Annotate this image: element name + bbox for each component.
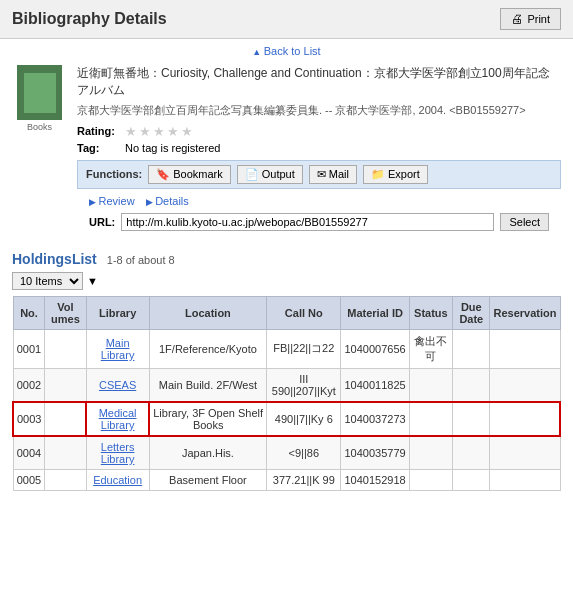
- url-label: URL:: [89, 216, 115, 228]
- book-label: Books: [27, 122, 52, 132]
- cell-due-date: [453, 402, 490, 436]
- export-button[interactable]: Export: [363, 165, 428, 184]
- cell-volumes: [45, 436, 86, 470]
- table-header-row: No. Vol umes Library Location Call No Ma…: [13, 296, 560, 329]
- cell-reservation: [490, 436, 560, 470]
- rating-label: Rating:: [77, 125, 125, 137]
- bib-subtitle: 京都大学医学部創立百周年記念写真集編纂委員集. -- 京都大学医学部, 2004…: [77, 103, 561, 118]
- cell-due-date: [453, 469, 490, 490]
- cell-location: Japan.His.: [149, 436, 266, 470]
- cell-call-no: <9||86: [267, 436, 341, 470]
- print-button[interactable]: Print: [500, 8, 561, 30]
- export-icon: [371, 168, 385, 181]
- cell-no: 0002: [13, 368, 45, 402]
- cell-due-date: [453, 368, 490, 402]
- cell-due-date: [453, 329, 490, 368]
- cell-reservation: [490, 402, 560, 436]
- bib-title: 近衛町無番地：Curiosity, Challenge and Continua…: [77, 65, 561, 99]
- back-to-list-container: Back to List: [0, 39, 573, 61]
- nav-links: Review Details: [77, 193, 561, 209]
- cell-no: 0005: [13, 469, 45, 490]
- details-link[interactable]: Details: [146, 195, 189, 207]
- cell-material-id: 1040035779: [341, 436, 409, 470]
- mail-button[interactable]: Mail: [309, 165, 357, 184]
- output-button[interactable]: Output: [237, 165, 303, 184]
- holdings-table: No. Vol umes Library Location Call No Ma…: [12, 296, 561, 491]
- functions-label: Functions:: [86, 168, 142, 180]
- cell-library[interactable]: Medical Library: [86, 402, 149, 436]
- col-no: No.: [13, 296, 45, 329]
- bookmark-label: Bookmark: [173, 168, 223, 180]
- cell-library-link[interactable]: Main Library: [101, 337, 135, 361]
- cell-reservation: [490, 469, 560, 490]
- book-icon: [17, 65, 62, 120]
- url-input[interactable]: [121, 213, 494, 231]
- cell-library[interactable]: Main Library: [86, 329, 149, 368]
- cell-material-id: 1040152918: [341, 469, 409, 490]
- mail-label: Mail: [329, 168, 349, 180]
- tag-row: Tag: No tag is registered: [77, 142, 561, 154]
- bib-info-section: Books 近衛町無番地：Curiosity, Challenge and Co…: [0, 61, 573, 243]
- col-library: Library: [86, 296, 149, 329]
- cell-status: [409, 402, 452, 436]
- items-control: 10 Items 20 Items 50 Items ▼: [12, 272, 561, 290]
- cell-library[interactable]: Education: [86, 469, 149, 490]
- export-label: Export: [388, 168, 420, 180]
- printer-icon: [511, 12, 523, 26]
- cell-call-no: FB||22||コ22: [267, 329, 341, 368]
- cell-location: Library, 3F Open Shelf Books: [149, 402, 266, 436]
- cell-library[interactable]: CSEAS: [86, 368, 149, 402]
- table-row: 0004Letters LibraryJapan.His.<9||8610400…: [13, 436, 560, 470]
- cell-status: [409, 469, 452, 490]
- holdings-title: HoldingsList: [12, 251, 97, 267]
- cell-library-link[interactable]: Letters Library: [101, 441, 135, 465]
- col-material-id: Material ID: [341, 296, 409, 329]
- col-call-no: Call No: [267, 296, 341, 329]
- back-to-list-link[interactable]: Back to List: [264, 45, 321, 57]
- page-header: Bibliography Details Print: [0, 0, 573, 39]
- output-label: Output: [262, 168, 295, 180]
- bookmark-button[interactable]: Bookmark: [148, 165, 231, 184]
- cell-volumes: [45, 402, 86, 436]
- items-per-page-select[interactable]: 10 Items 20 Items 50 Items: [12, 272, 83, 290]
- cell-location: Main Build. 2F/West: [149, 368, 266, 402]
- cell-library-link[interactable]: CSEAS: [99, 379, 136, 391]
- tag-value: No tag is registered: [125, 142, 220, 154]
- cell-volumes: [45, 368, 86, 402]
- cell-reservation: [490, 329, 560, 368]
- rating-row: Rating: ★★★★★: [77, 124, 561, 139]
- cell-library-link[interactable]: Medical Library: [99, 407, 137, 431]
- book-cover: Books: [12, 65, 67, 235]
- cell-library-link[interactable]: Education: [93, 474, 142, 486]
- print-label: Print: [527, 13, 550, 25]
- table-row: 0001Main Library1F/Reference/KyotoFB||22…: [13, 329, 560, 368]
- url-row: URL: Select: [77, 209, 561, 235]
- holdings-count: 1-8 of about 8: [107, 254, 175, 266]
- cell-material-id: 1040011825: [341, 368, 409, 402]
- col-volumes: Vol umes: [45, 296, 86, 329]
- cell-call-no: III 590||207||Kyt: [267, 368, 341, 402]
- cell-library[interactable]: Letters Library: [86, 436, 149, 470]
- cell-status: [409, 368, 452, 402]
- review-link[interactable]: Review: [89, 195, 135, 207]
- table-row: 0005EducationBasement Floor377.21||K 991…: [13, 469, 560, 490]
- table-row: 0003Medical LibraryLibrary, 3F Open Shel…: [13, 402, 560, 436]
- col-location: Location: [149, 296, 266, 329]
- holdings-section: HoldingsList 1-8 of about 8 10 Items 20 …: [0, 243, 573, 491]
- cell-status: [409, 436, 452, 470]
- cell-volumes: [45, 329, 86, 368]
- cell-material-id: 1040007656: [341, 329, 409, 368]
- cell-status: 禽出不可: [409, 329, 452, 368]
- table-row: 0002CSEASMain Build. 2F/WestIII 590||207…: [13, 368, 560, 402]
- output-icon: [245, 168, 259, 181]
- select-button[interactable]: Select: [500, 213, 549, 231]
- cell-no: 0001: [13, 329, 45, 368]
- tag-label: Tag:: [77, 142, 125, 154]
- cell-volumes: [45, 469, 86, 490]
- cell-material-id: 1040037273: [341, 402, 409, 436]
- col-status: Status: [409, 296, 452, 329]
- cell-due-date: [453, 436, 490, 470]
- stars: ★★★★★: [125, 124, 195, 139]
- col-reservation: Reservation: [490, 296, 560, 329]
- page-title: Bibliography Details: [12, 10, 167, 28]
